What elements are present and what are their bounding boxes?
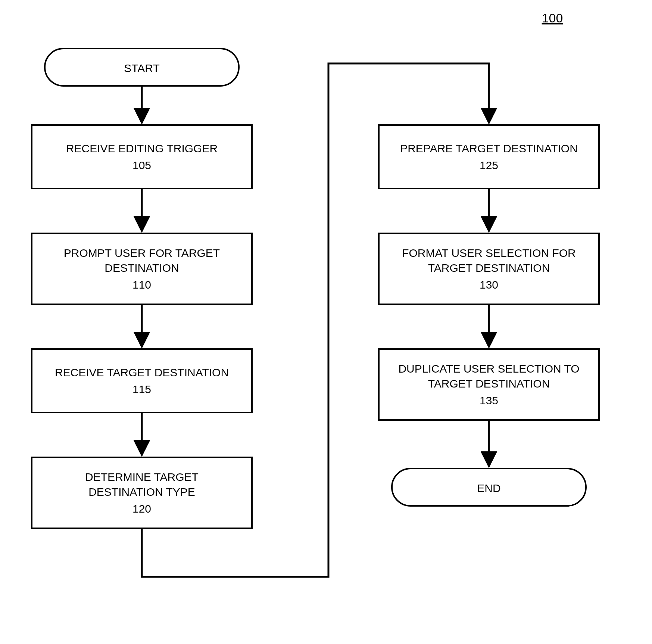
svg-rect-8 bbox=[32, 349, 252, 413]
step-130: FORMAT USER SELECTION FOR TARGET DESTINA… bbox=[379, 233, 599, 304]
svg-text:TARGET DESTINATION: TARGET DESTINATION bbox=[428, 262, 550, 274]
svg-text:FORMAT USER SELECTION FOR: FORMAT USER SELECTION FOR bbox=[402, 247, 576, 259]
end-node: END bbox=[392, 469, 586, 506]
svg-text:DESTINATION: DESTINATION bbox=[104, 262, 179, 274]
step-135: DUPLICATE USER SELECTION TO TARGET DESTI… bbox=[379, 349, 599, 420]
flowchart: 100 START RECEIVE EDITING TRIGGER 105 PR… bbox=[0, 0, 652, 644]
svg-text:RECEIVE TARGET DESTINATION: RECEIVE TARGET DESTINATION bbox=[55, 366, 229, 379]
step-110: PROMPT USER FOR TARGET DESTINATION 110 bbox=[32, 233, 252, 304]
svg-text:120: 120 bbox=[132, 503, 151, 515]
end-label: END bbox=[477, 482, 500, 494]
step-115: RECEIVE TARGET DESTINATION 115 bbox=[32, 349, 252, 413]
svg-text:PROMPT USER FOR TARGET: PROMPT USER FOR TARGET bbox=[64, 247, 220, 259]
svg-text:DESTINATION TYPE: DESTINATION TYPE bbox=[88, 486, 195, 498]
step-105: RECEIVE EDITING TRIGGER 105 bbox=[32, 125, 252, 189]
svg-text:PREPARE TARGET DESTINATION: PREPARE TARGET DESTINATION bbox=[400, 142, 578, 155]
diagram-id: 100 bbox=[542, 11, 563, 25]
svg-text:125: 125 bbox=[480, 159, 498, 171]
svg-text:105: 105 bbox=[132, 159, 151, 171]
svg-text:115: 115 bbox=[132, 383, 151, 395]
svg-text:TARGET DESTINATION: TARGET DESTINATION bbox=[428, 377, 550, 390]
start-label: START bbox=[124, 62, 160, 74]
svg-text:130: 130 bbox=[480, 279, 498, 291]
svg-text:RECEIVE EDITING TRIGGER: RECEIVE EDITING TRIGGER bbox=[66, 142, 218, 155]
start-node: START bbox=[45, 49, 239, 86]
svg-rect-1 bbox=[32, 125, 252, 189]
svg-text:DETERMINE TARGET: DETERMINE TARGET bbox=[85, 471, 199, 483]
svg-text:135: 135 bbox=[480, 394, 498, 407]
svg-text:110: 110 bbox=[132, 279, 151, 291]
svg-rect-15 bbox=[379, 125, 599, 189]
svg-text:DUPLICATE USER SELECTION TO: DUPLICATE USER SELECTION TO bbox=[398, 363, 579, 375]
step-120: DETERMINE TARGET DESTINATION TYPE 120 bbox=[32, 457, 252, 528]
step-125: PREPARE TARGET DESTINATION 125 bbox=[379, 125, 599, 189]
